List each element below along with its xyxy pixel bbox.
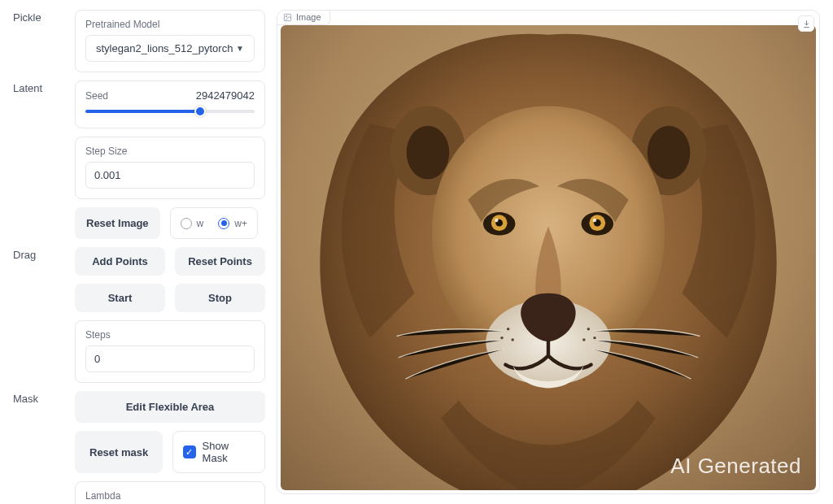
download-icon — [802, 20, 811, 28]
start-button[interactable]: Start — [75, 284, 165, 312]
section-mask: Mask Edit Flexible Area Reset mask ✓ Sho… — [13, 391, 265, 504]
image-watermark: AI Generated — [670, 454, 801, 479]
pretrained-model-label: Pretrained Model — [85, 19, 255, 30]
download-button[interactable] — [798, 15, 814, 32]
lambda-label: Lambda — [85, 490, 255, 502]
radio-circle-checked-icon — [218, 218, 229, 229]
reset-and-mode-row: Reset Image w w+ — [75, 207, 265, 239]
svg-point-19 — [587, 328, 591, 331]
radio-w[interactable]: w — [181, 218, 204, 229]
pretrained-model-select[interactable]: stylegan2_lions_512_pytorch ▼ — [85, 35, 255, 62]
section-label-pickle: Pickle — [13, 10, 70, 72]
section-label-mask: Mask — [13, 391, 70, 504]
svg-point-14 — [593, 219, 596, 222]
radio-w-label: w — [197, 218, 204, 229]
steps-label: Steps — [85, 329, 255, 341]
add-points-button[interactable]: Add Points — [75, 247, 165, 276]
image-card: Image — [277, 10, 820, 494]
reset-image-button[interactable]: Reset Image — [75, 207, 160, 239]
svg-point-1 — [286, 15, 287, 17]
section-label-latent: Latent — [13, 80, 70, 239]
stop-button[interactable]: Stop — [175, 284, 265, 312]
svg-point-21 — [582, 338, 586, 341]
radio-wplus-label: w+ — [234, 218, 247, 229]
seed-value: 2942479042 — [196, 89, 255, 102]
reset-points-button[interactable]: Reset Points — [175, 247, 265, 276]
checkbox-checked-icon: ✓ — [183, 445, 195, 458]
radio-wplus[interactable]: w+ — [218, 218, 247, 229]
seed-card: Seed 2942479042 — [75, 80, 265, 128]
section-drag: Drag Add Points Reset Points Start Stop … — [13, 247, 265, 383]
steps-card: Steps — [75, 320, 265, 383]
generated-image[interactable]: AI Generated — [281, 25, 816, 490]
steps-input[interactable] — [85, 345, 255, 372]
section-pickle: Pickle Pretrained Model stylegan2_lions_… — [13, 10, 265, 72]
lion-illustration — [281, 25, 816, 490]
section-label-drag: Drag — [13, 247, 70, 383]
pretrained-model-value: stylegan2_lions_512_pytorch — [96, 42, 233, 54]
slider-thumb[interactable] — [194, 106, 206, 117]
seed-slider[interactable] — [85, 105, 255, 118]
image-tag: Image — [277, 10, 330, 25]
step-size-input[interactable] — [85, 162, 255, 189]
svg-point-5 — [407, 126, 450, 180]
controls-column: Pickle Pretrained Model stylegan2_lions_… — [13, 10, 265, 504]
step-size-label: Step Size — [85, 146, 255, 157]
svg-point-6 — [648, 126, 691, 180]
svg-point-13 — [495, 219, 498, 222]
show-mask-label: Show Mask — [203, 440, 255, 464]
pickle-card: Pretrained Model stylegan2_lions_512_pyt… — [75, 10, 265, 72]
show-mask-toggle[interactable]: ✓ Show Mask — [172, 431, 265, 473]
image-icon — [283, 13, 292, 22]
edit-flexible-area-button[interactable]: Edit Flexible Area — [75, 391, 265, 423]
lambda-card: Lambda — [75, 481, 265, 504]
svg-point-17 — [500, 337, 504, 340]
radio-circle-icon — [181, 218, 192, 229]
svg-point-16 — [507, 328, 510, 331]
step-size-card: Step Size — [75, 137, 265, 199]
section-latent: Latent Seed 2942479042 Step Size — [13, 80, 265, 239]
app-root: Pickle Pretrained Model stylegan2_lions_… — [0, 0, 833, 504]
image-tag-label: Image — [296, 12, 321, 22]
svg-point-20 — [593, 337, 596, 340]
image-column: Image — [277, 10, 820, 504]
reset-mask-button[interactable]: Reset mask — [75, 431, 163, 473]
svg-point-18 — [511, 338, 514, 341]
chevron-down-icon: ▼ — [236, 44, 244, 53]
seed-label: Seed — [85, 90, 108, 102]
latent-mode-radio-group: w w+ — [170, 207, 258, 239]
